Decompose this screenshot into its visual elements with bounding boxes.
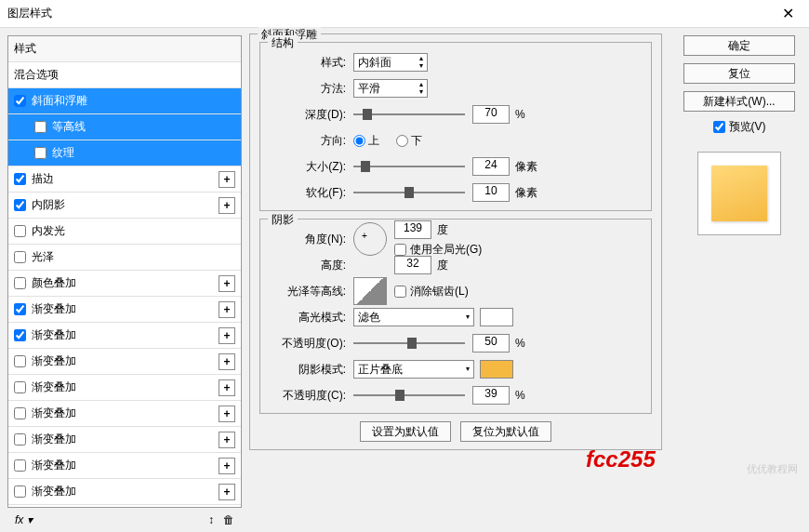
- add-effect-icon[interactable]: +: [219, 484, 235, 500]
- style-label: 斜面和浮雕: [32, 93, 235, 109]
- arrow-icon[interactable]: ↕: [208, 513, 214, 526]
- styles-toolbar: fx ▾ ↕ 🗑: [7, 508, 242, 532]
- add-effect-icon[interactable]: +: [219, 458, 235, 474]
- style-checkbox[interactable]: [14, 459, 26, 472]
- annotation-color: fcc255: [586, 446, 656, 472]
- ok-button[interactable]: 确定: [683, 35, 795, 56]
- add-effect-icon[interactable]: +: [219, 379, 235, 396]
- shadow-opacity-slider[interactable]: [353, 388, 465, 403]
- style-row[interactable]: 渐变叠加+: [8, 323, 241, 349]
- add-effect-icon[interactable]: +: [219, 327, 235, 344]
- style-row[interactable]: 内阴影+: [8, 193, 241, 219]
- technique-select[interactable]: 平滑▴▾: [353, 79, 428, 98]
- add-effect-icon[interactable]: +: [219, 275, 235, 292]
- close-icon[interactable]: ✕: [774, 0, 802, 28]
- depth-slider[interactable]: [353, 107, 465, 122]
- style-checkbox[interactable]: [14, 329, 26, 341]
- gloss-contour[interactable]: [353, 277, 387, 305]
- add-effect-icon[interactable]: +: [219, 197, 235, 214]
- angle-dial[interactable]: +: [353, 222, 387, 256]
- highlight-opacity-input[interactable]: 50: [472, 334, 510, 352]
- preview-checkbox[interactable]: 预览(V): [713, 119, 766, 135]
- style-row[interactable]: 光泽: [8, 245, 241, 271]
- direction-down-radio[interactable]: 下: [396, 133, 422, 149]
- style-row[interactable]: 渐变叠加+: [8, 479, 241, 505]
- shading-group: 阴影 角度(N): + 139 度 使用全局光(G) 高度: 32: [259, 219, 652, 414]
- add-effect-icon[interactable]: +: [219, 301, 235, 318]
- style-checkbox[interactable]: [14, 303, 26, 315]
- shadow-color[interactable]: [480, 360, 513, 379]
- angle-input[interactable]: 139: [394, 220, 431, 239]
- highlight-opacity-label: 不透明度(O):: [270, 336, 353, 352]
- style-checkbox[interactable]: [14, 381, 26, 393]
- shadow-mode-select[interactable]: 正片叠底▾: [353, 360, 474, 379]
- highlight-mode-label: 高光模式:: [270, 310, 353, 326]
- add-effect-icon[interactable]: +: [219, 406, 235, 422]
- blend-options-row[interactable]: 混合选项: [8, 62, 241, 88]
- add-effect-icon[interactable]: +: [219, 353, 235, 370]
- depth-input[interactable]: 70: [472, 105, 510, 124]
- style-checkbox[interactable]: [14, 251, 26, 263]
- style-row[interactable]: 内发光: [8, 219, 241, 245]
- soften-unit: 像素: [515, 185, 537, 201]
- style-row[interactable]: 纹理: [8, 140, 241, 166]
- style-row[interactable]: 渐变叠加+: [8, 375, 241, 401]
- style-checkbox[interactable]: [14, 407, 26, 419]
- style-checkbox[interactable]: [14, 355, 26, 367]
- style-row[interactable]: 渐变叠加+: [8, 427, 241, 453]
- style-label: 渐变叠加: [32, 327, 219, 343]
- style-checkbox[interactable]: [14, 225, 26, 237]
- style-row[interactable]: 渐变叠加+: [8, 297, 241, 323]
- style-checkbox[interactable]: [14, 199, 26, 211]
- size-unit: 像素: [515, 159, 537, 175]
- style-checkbox[interactable]: [14, 277, 26, 289]
- style-select[interactable]: 内斜面▴▾: [353, 53, 428, 72]
- add-effect-icon[interactable]: +: [219, 171, 235, 188]
- bevel-group: 斜面和浮雕 结构 样式: 内斜面▴▾ 方法: 平滑▴▾ 深度(D): 70 %: [249, 33, 662, 450]
- styles-header: 样式: [8, 36, 241, 62]
- style-checkbox[interactable]: [14, 173, 26, 185]
- direction-label: 方向:: [270, 133, 353, 149]
- style-row[interactable]: 渐变叠加+: [8, 349, 241, 375]
- altitude-input[interactable]: 32: [394, 256, 431, 274]
- add-effect-icon[interactable]: +: [219, 432, 235, 448]
- style-row[interactable]: 斜面和浮雕: [8, 88, 241, 114]
- antialias-checkbox[interactable]: 消除锯齿(L): [394, 284, 469, 299]
- soften-slider[interactable]: [353, 185, 465, 200]
- style-label: 等高线: [52, 119, 235, 135]
- trash-icon[interactable]: 🗑: [223, 513, 234, 526]
- soften-input[interactable]: 10: [472, 183, 510, 202]
- style-checkbox[interactable]: [14, 95, 26, 107]
- titlebar: 图层样式 ✕: [0, 0, 809, 28]
- reset-default-button[interactable]: 复位为默认值: [460, 421, 551, 442]
- size-input[interactable]: 24: [472, 157, 510, 176]
- style-checkbox[interactable]: [34, 121, 46, 133]
- style-row[interactable]: 等高线: [8, 114, 241, 140]
- shadow-opacity-input[interactable]: 39: [472, 386, 510, 405]
- style-label: 渐变叠加: [32, 379, 219, 395]
- style-row[interactable]: 渐变叠加+: [8, 401, 241, 427]
- gloss-label: 光泽等高线:: [270, 284, 353, 299]
- style-row[interactable]: 颜色叠加+: [8, 271, 241, 297]
- style-row[interactable]: 渐变叠加+: [8, 453, 241, 479]
- cancel-button[interactable]: 复位: [683, 63, 795, 84]
- preview-swatch: [711, 166, 767, 221]
- style-label: 渐变叠加: [32, 406, 219, 421]
- new-style-button[interactable]: 新建样式(W)...: [683, 91, 795, 112]
- style-row[interactable]: 描边+: [8, 166, 241, 193]
- style-checkbox[interactable]: [14, 433, 26, 446]
- structure-legend: 结构: [268, 35, 298, 51]
- highlight-mode-select[interactable]: 滤色▾: [353, 308, 474, 326]
- style-label: 描边: [32, 171, 219, 187]
- style-label: 渐变叠加: [32, 353, 219, 369]
- size-slider[interactable]: [353, 159, 465, 174]
- direction-up-radio[interactable]: 上: [353, 133, 379, 149]
- highlight-color[interactable]: [480, 308, 513, 326]
- action-panel: 确定 复位 新建样式(W)... 预览(V): [670, 28, 809, 532]
- style-checkbox[interactable]: [34, 147, 46, 159]
- highlight-opacity-slider[interactable]: [353, 336, 465, 351]
- style-checkbox[interactable]: [14, 485, 26, 498]
- shadow-mode-label: 阴影模式:: [270, 362, 353, 378]
- set-default-button[interactable]: 设置为默认值: [360, 421, 451, 442]
- fx-icon[interactable]: fx ▾: [15, 513, 33, 526]
